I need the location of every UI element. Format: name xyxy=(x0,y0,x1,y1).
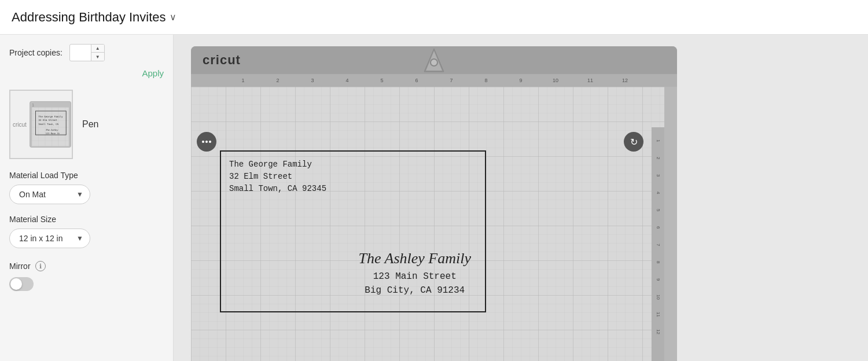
material-load-type-select[interactable]: On Mat Without Mat xyxy=(9,185,90,204)
material-size-select[interactable]: 12 in x 12 in 12 in x 24 in xyxy=(9,229,90,248)
main-address-name: The Ashley Family xyxy=(359,247,471,270)
mat-thumbnail-svg: The George Family 32 Elm Street Small To… xyxy=(29,95,72,153)
svg-text:123 Main St: 123 Main St xyxy=(46,132,60,135)
material-load-type-dropdown-wrapper: On Mat Without Mat ▼ xyxy=(9,185,90,204)
ruler-v-2: 2 xyxy=(656,149,661,167)
copies-input[interactable]: 1 xyxy=(70,46,91,60)
return-address-line1: The George Family xyxy=(229,159,326,171)
material-load-type-section: Material Load Type On Mat Without Mat ▼ xyxy=(9,171,164,215)
apply-button[interactable]: Apply xyxy=(142,66,164,80)
mat-thumbnail-row: cricut xyxy=(9,90,164,159)
header: Addressing Birthday Invites ∨ xyxy=(0,0,868,35)
refresh-icon: ↻ xyxy=(630,137,638,148)
material-load-type-label: Material Load Type xyxy=(9,171,164,180)
mat-thumb-inner: cricut xyxy=(10,90,72,159)
ruler-mark-1: 1 xyxy=(226,78,260,83)
ruler-v-4: 4 xyxy=(656,184,661,201)
mirror-label: Mirror xyxy=(9,261,31,271)
ruler-mark-6: 6 xyxy=(399,78,434,83)
ruler-mark-5: 5 xyxy=(365,78,399,83)
mat-thumbnail: cricut xyxy=(9,90,73,159)
svg-text:1: 1 xyxy=(32,102,34,108)
ruler-mark-4: 4 xyxy=(330,78,365,83)
project-title-text: Addressing Birthday Invites xyxy=(12,10,166,25)
copies-label: Project copies: xyxy=(9,48,62,57)
stepper-arrows: ▲ ▼ xyxy=(91,45,104,61)
main-address: The Ashley Family 123 Main Street Big Ci… xyxy=(359,247,471,297)
ruler-v-6: 6 xyxy=(656,219,661,236)
ruler-v-1: 1 xyxy=(656,132,661,149)
return-address-line3: Small Town, CA 92345 xyxy=(229,183,326,195)
toggle-knob xyxy=(10,278,22,290)
dot3 xyxy=(209,141,211,143)
mat-hanger-svg xyxy=(420,46,448,74)
mirror-info-icon[interactable]: ℹ xyxy=(35,261,46,271)
dot2 xyxy=(205,141,208,143)
page-title: Addressing Birthday Invites ∨ xyxy=(12,10,176,25)
dot1 xyxy=(202,141,204,143)
ruler-mark-9: 9 xyxy=(503,78,538,83)
ruler-v-11: 11 xyxy=(656,305,661,323)
ruler-mark-3: 3 xyxy=(295,78,330,83)
ruler-v-8: 8 xyxy=(656,253,661,271)
ruler-top: 1 2 3 4 5 6 7 8 9 10 11 12 xyxy=(191,74,677,87)
mat-refresh-button[interactable]: ↻ xyxy=(624,132,643,152)
ruler-v-7: 7 xyxy=(656,236,661,253)
cricut-mat: cricut 1 2 3 4 5 6 xyxy=(191,46,677,361)
mirror-row: Mirror ℹ xyxy=(9,261,164,271)
canvas-area: cricut 1 2 3 4 5 6 xyxy=(174,35,868,361)
svg-rect-1 xyxy=(32,107,69,146)
ruler-mark-7: 7 xyxy=(434,78,469,83)
mirror-toggle[interactable] xyxy=(9,277,34,291)
ruler-side: 1 2 3 4 5 6 7 8 9 10 11 12 xyxy=(652,127,664,361)
stepper-down-button[interactable]: ▼ xyxy=(91,53,104,61)
ruler-mark-11: 11 xyxy=(573,78,608,83)
svg-point-22 xyxy=(431,60,437,65)
ruler-v-3: 3 xyxy=(656,167,661,184)
svg-text:32 Elm Street: 32 Elm Street xyxy=(38,119,57,121)
ruler-mark-2: 2 xyxy=(260,78,295,83)
main-address-city: Big City, CA 91234 xyxy=(359,283,471,297)
mat-grid: ↻ The George Family 32 Elm Street Small … xyxy=(191,87,664,361)
toggle-wrapper xyxy=(9,277,164,291)
ruler-v-5: 5 xyxy=(656,201,661,219)
material-size-label: Material Size xyxy=(9,215,164,224)
mat-label: Pen xyxy=(82,119,98,130)
return-address: The George Family 32 Elm Street Small To… xyxy=(229,159,326,195)
material-size-section: Material Size 12 in x 12 in 12 in x 24 i… xyxy=(9,215,164,259)
copies-stepper: 1 ▲ ▼ xyxy=(69,44,105,61)
ruler-mark-8: 8 xyxy=(469,78,503,83)
main-address-street: 123 Main Street xyxy=(359,270,471,283)
mat-header: cricut xyxy=(191,46,677,74)
mat-brand-label: cricut xyxy=(203,53,241,68)
left-panel: Project copies: 1 ▲ ▼ Apply cricut xyxy=(0,35,174,361)
material-size-dropdown-wrapper: 12 in x 12 in 12 in x 24 in ▼ xyxy=(9,229,90,248)
copies-row: Project copies: 1 ▲ ▼ xyxy=(9,44,164,61)
ruler-mark-10: 10 xyxy=(538,78,573,83)
main-layout: Project copies: 1 ▲ ▼ Apply cricut xyxy=(0,35,868,361)
svg-text:Small Town, CA: Small Town, CA xyxy=(38,123,58,126)
svg-text:The George Family: The George Family xyxy=(38,115,63,118)
three-dots-icon xyxy=(202,141,211,143)
mat-thumb-number: cricut xyxy=(10,119,29,130)
ruler-mark-12: 12 xyxy=(608,78,642,83)
address-card[interactable]: The George Family 32 Elm Street Small To… xyxy=(220,150,486,312)
mat-dots-button[interactable] xyxy=(197,132,216,152)
ruler-v-9: 9 xyxy=(656,271,661,288)
svg-text:The Ashley: The Ashley xyxy=(46,128,58,131)
stepper-up-button[interactable]: ▲ xyxy=(91,45,104,53)
ruler-v-10: 10 xyxy=(656,288,661,305)
chevron-down-icon[interactable]: ∨ xyxy=(170,12,176,23)
mat-hanger xyxy=(420,46,448,74)
return-address-line2: 32 Elm Street xyxy=(229,171,326,183)
ruler-v-12: 12 xyxy=(656,323,661,340)
